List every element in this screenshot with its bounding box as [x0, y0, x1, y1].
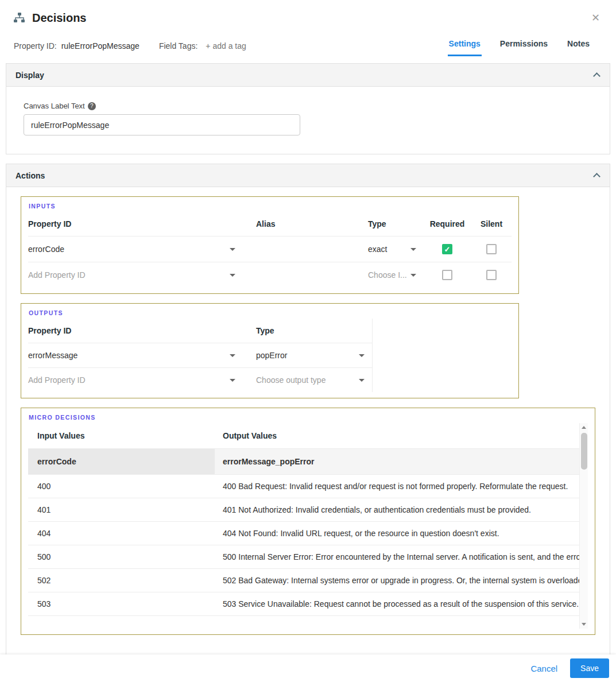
save-button[interactable]: Save — [570, 658, 609, 678]
inputs-legend: INPUTS — [28, 202, 512, 212]
column-header: Property ID — [28, 212, 249, 236]
chevron-up-icon[interactable] — [593, 173, 600, 180]
chevron-down-icon[interactable] — [359, 379, 365, 382]
property-id-value: ruleErrorPopMessage — [61, 41, 140, 51]
type-dropdown[interactable]: exact — [361, 237, 424, 261]
actions-panel-title: Actions — [16, 171, 45, 180]
output-value-cell[interactable]: 401 Not Authorized: Invalid credentials,… — [215, 498, 579, 521]
outputs-header-row: Property ID Type — [28, 319, 373, 343]
column-header: Required — [424, 212, 476, 236]
chevron-down-icon[interactable] — [230, 248, 235, 251]
dropdown-placeholder: Add Property ID — [28, 375, 86, 385]
cancel-button[interactable]: Cancel — [530, 664, 557, 673]
property-id-dropdown[interactable]: errorCode — [28, 237, 249, 261]
table-row[interactable]: 503 503 Service Unavailable: Request can… — [28, 592, 579, 616]
dropdown-value: errorCode — [28, 245, 64, 254]
display-panel-header[interactable]: Display — [6, 64, 610, 87]
outputs-legend: OUTPUTS — [28, 308, 512, 319]
output-property-name: errorMessage_popError — [215, 449, 579, 474]
chevron-down-icon[interactable] — [410, 248, 416, 251]
tab-notes[interactable]: Notes — [566, 36, 591, 56]
alias-field[interactable] — [249, 242, 361, 257]
input-value-cell[interactable]: 401 — [28, 498, 215, 521]
scrollbar-track[interactable] — [580, 432, 588, 620]
micro-decisions-legend: MICRO DECISIONS — [28, 413, 588, 423]
column-header: Property ID — [28, 319, 249, 343]
required-checkbox[interactable] — [442, 270, 452, 280]
chevron-down-icon[interactable] — [230, 274, 235, 277]
scroll-up-icon[interactable] — [580, 423, 588, 432]
table-row: Add Property ID Choose output type — [28, 368, 373, 392]
table-row: Add Property ID Choose I... — [28, 262, 512, 288]
scroll-down-icon[interactable] — [580, 620, 588, 629]
output-value-cell[interactable]: 404 Not Found: Invalid URL request, or t… — [215, 522, 579, 545]
canvas-label-text-label: Canvas Label Text — [24, 102, 85, 110]
vertical-scrollbar[interactable] — [579, 423, 588, 629]
tab-settings[interactable]: Settings — [448, 36, 482, 56]
column-header: Silent — [476, 212, 513, 236]
column-header: Output Values — [215, 423, 579, 448]
input-value-cell[interactable]: 503 — [28, 592, 215, 615]
outputs-group: OUTPUTS Property ID Type errorMessage po… — [21, 303, 519, 398]
page-title: Decisions — [32, 11, 86, 25]
chevron-down-icon[interactable] — [230, 354, 235, 357]
output-value-cell[interactable]: 503 Service Unavailable: Request cannot … — [215, 592, 579, 615]
micro-decisions-table: Input Values Output Values errorCode err… — [28, 423, 579, 629]
table-row[interactable]: 502 502 Bad Gateway: Internal systems er… — [28, 569, 579, 592]
scrollbar-thumb[interactable] — [581, 433, 587, 470]
output-type-dropdown[interactable]: Choose output type — [249, 368, 373, 392]
chevron-down-icon[interactable] — [230, 379, 235, 382]
actions-panel: Actions INPUTS Property ID Alias Type Re… — [6, 164, 610, 655]
decisions-hierarchy-icon — [14, 13, 25, 23]
chevron-down-icon[interactable] — [410, 274, 416, 277]
table-row[interactable]: 404 404 Not Found: Invalid URL request, … — [28, 522, 579, 545]
silent-checkbox[interactable] — [486, 244, 497, 254]
silent-checkbox[interactable] — [486, 270, 497, 280]
dropdown-value: errorMessage — [28, 351, 78, 360]
micro-decisions-group: MICRO DECISIONS Input Values Output Valu… — [21, 408, 595, 635]
inputs-group: INPUTS Property ID Alias Type Required S… — [21, 196, 519, 294]
property-id-dropdown[interactable]: errorMessage — [28, 343, 249, 367]
dropdown-placeholder: Choose I... — [368, 270, 407, 280]
alias-field[interactable] — [249, 268, 361, 282]
add-property-id-dropdown[interactable]: Add Property ID — [28, 368, 249, 392]
property-id-label: Property ID: — [14, 41, 57, 51]
output-value-cell[interactable]: 400 Bad Request: Invalid request and/or … — [215, 475, 579, 498]
table-row: errorMessage popError — [28, 343, 373, 368]
column-header: Type — [361, 212, 424, 236]
actions-panel-header[interactable]: Actions — [6, 164, 610, 187]
mapping-row: errorCode errorMessage_popError — [28, 449, 579, 475]
display-panel-title: Display — [16, 71, 44, 80]
help-icon[interactable]: ? — [88, 102, 96, 110]
dialog-footer: Cancel Save — [0, 654, 616, 682]
chevron-up-icon[interactable] — [593, 72, 600, 80]
output-type-dropdown[interactable]: popError — [249, 343, 373, 367]
add-tag-button[interactable]: + add a tag — [206, 41, 246, 51]
tab-permissions[interactable]: Permissions — [499, 36, 549, 56]
dialog-header: Decisions ✕ Property ID: ruleErrorPopMes… — [0, 0, 616, 56]
output-value-cell[interactable]: 502 Bad Gateway: Internal systems error … — [215, 569, 579, 592]
input-value-cell[interactable]: 500 — [28, 545, 215, 568]
canvas-label-text-input[interactable] — [24, 114, 300, 135]
dropdown-value: exact — [368, 245, 387, 254]
close-icon[interactable]: ✕ — [588, 9, 603, 26]
dropdown-placeholder: Choose output type — [256, 375, 326, 385]
input-value-cell[interactable]: 400 — [28, 475, 215, 498]
display-panel: Display Canvas Label Text ? — [6, 63, 610, 154]
input-value-cell[interactable]: 404 — [28, 522, 215, 545]
column-header: Alias — [249, 212, 361, 236]
add-property-id-dropdown[interactable]: Add Property ID — [28, 263, 249, 287]
dropdown-value: popError — [256, 351, 287, 360]
column-header: Type — [249, 319, 373, 343]
chevron-down-icon[interactable] — [359, 354, 365, 357]
output-value-cell[interactable]: 500 Internal Server Error: Error encount… — [215, 545, 579, 568]
input-value-cell[interactable]: 502 — [28, 569, 215, 592]
table-row[interactable]: 401 401 Not Authorized: Invalid credenti… — [28, 498, 579, 522]
column-header: Input Values — [28, 423, 215, 448]
table-row[interactable]: 500 500 Internal Server Error: Error enc… — [28, 545, 579, 569]
micro-header-row: Input Values Output Values — [28, 423, 579, 449]
table-row[interactable]: 400 400 Bad Request: Invalid request and… — [28, 475, 579, 498]
input-property-name: errorCode — [28, 449, 215, 474]
required-checkbox[interactable]: ✓ — [442, 244, 452, 254]
type-dropdown[interactable]: Choose I... — [361, 263, 424, 287]
